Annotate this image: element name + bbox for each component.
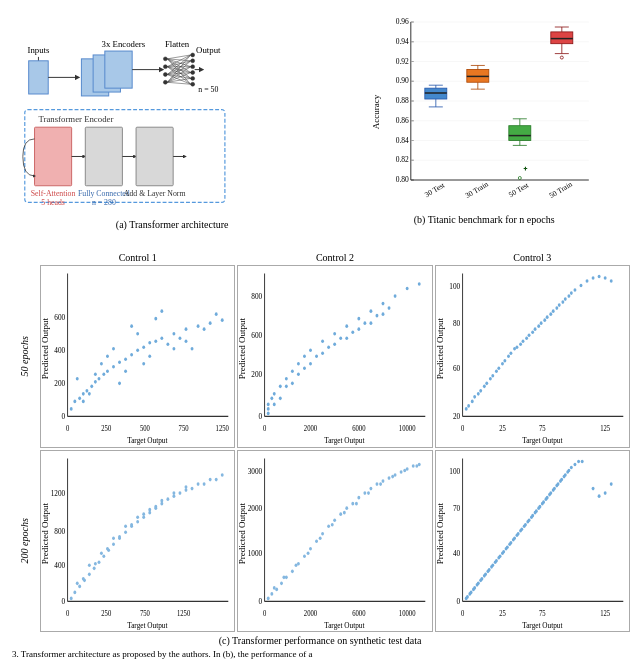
svg-text:750: 750 (140, 608, 150, 618)
svg-point-465 (556, 482, 559, 486)
svg-point-151 (160, 336, 163, 340)
svg-text:20: 20 (453, 412, 460, 422)
svg-point-165 (172, 347, 175, 351)
svg-point-365 (321, 531, 324, 535)
svg-point-284 (563, 297, 566, 301)
svg-point-366 (328, 524, 331, 528)
svg-point-167 (82, 400, 85, 404)
svg-point-269 (473, 395, 476, 399)
svg-point-383 (283, 575, 286, 579)
svg-point-356 (271, 592, 274, 596)
svg-point-342 (215, 477, 218, 481)
svg-text:0.84: 0.84 (396, 136, 409, 145)
svg-text:1250: 1250 (177, 608, 191, 618)
svg-point-304 (98, 560, 101, 564)
svg-point-394 (416, 464, 419, 468)
svg-text:Target Output: Target Output (127, 620, 168, 630)
svg-point-250 (507, 354, 510, 358)
svg-point-387 (331, 522, 334, 526)
svg-text:0.88: 0.88 (396, 96, 409, 105)
svg-point-17 (191, 71, 195, 75)
svg-point-385 (307, 551, 310, 555)
svg-point-285 (570, 291, 573, 295)
svg-point-458 (531, 513, 534, 517)
svg-text:2000: 2000 (248, 503, 262, 513)
svg-point-376 (388, 476, 391, 480)
svg-point-170 (118, 382, 121, 386)
svg-point-158 (88, 392, 91, 396)
svg-text:Predicted Output: Predicted Output (437, 317, 445, 379)
svg-point-156 (221, 318, 224, 322)
svg-point-380 (412, 464, 415, 468)
svg-point-276 (515, 345, 518, 349)
svg-text:Predicted Output: Predicted Output (239, 502, 247, 564)
svg-point-224 (315, 354, 318, 358)
svg-point-461 (542, 500, 545, 504)
svg-text:0: 0 (66, 424, 70, 434)
row-label-2: 200 epochs (10, 450, 38, 633)
svg-point-470 (597, 494, 600, 498)
svg-point-360 (291, 569, 294, 573)
svg-point-259 (561, 300, 564, 304)
svg-point-305 (102, 554, 105, 558)
svg-point-438 (577, 459, 580, 463)
svg-point-462 (545, 495, 548, 499)
svg-point-214 (309, 362, 312, 366)
svg-text:Self-Attention: Self-Attention (31, 189, 76, 198)
svg-point-320 (221, 473, 224, 477)
svg-text:80: 80 (453, 318, 460, 328)
svg-point-137 (85, 389, 88, 393)
svg-text:0: 0 (62, 596, 66, 606)
scatter-cell-r2c1: 0 400 800 1200 0 250 750 1250 Target Out… (40, 450, 235, 633)
svg-text:Predicted Output: Predicted Output (239, 317, 247, 379)
svg-point-299 (73, 590, 76, 594)
svg-point-197 (285, 377, 288, 381)
svg-point-148 (142, 345, 145, 349)
svg-text:125: 125 (600, 608, 610, 618)
svg-point-211 (273, 403, 276, 407)
svg-point-162 (136, 332, 139, 336)
svg-point-176 (191, 347, 194, 351)
svg-text:0.90: 0.90 (396, 76, 409, 85)
svg-point-191 (267, 412, 270, 416)
svg-point-135 (78, 397, 81, 401)
svg-point-384 (295, 563, 298, 567)
svg-point-264 (591, 276, 594, 280)
svg-point-439 (580, 459, 583, 463)
svg-rect-112 (551, 32, 573, 44)
svg-point-204 (346, 324, 349, 328)
svg-text:2000: 2000 (304, 608, 318, 618)
svg-text:Target Output: Target Output (522, 436, 563, 446)
svg-point-164 (160, 309, 163, 313)
svg-text:800: 800 (252, 291, 263, 301)
svg-point-322 (88, 563, 91, 567)
svg-text:Inputs: Inputs (27, 45, 50, 55)
svg-text:600: 600 (54, 312, 65, 322)
svg-point-215 (321, 351, 324, 355)
svg-point-243 (464, 407, 467, 411)
svg-point-257 (549, 312, 552, 316)
svg-text:800: 800 (54, 526, 65, 536)
svg-text:Transformer Encoder: Transformer Encoder (38, 114, 113, 124)
svg-point-138 (90, 385, 93, 389)
scatter-cell-r1c1: 0 200 400 600 0 250 500 750 1250 Target … (40, 265, 235, 448)
arch-caption: (a) Transformer architecture (116, 219, 229, 230)
svg-point-341 (203, 482, 206, 486)
svg-text:0.86: 0.86 (396, 116, 409, 125)
svg-point-464 (553, 486, 556, 490)
svg-point-278 (527, 333, 530, 337)
svg-point-227 (352, 330, 355, 334)
scatter-cell-r2c2: 0 1000 2000 3000 0 2000 6000 10000 Targe… (237, 450, 432, 633)
svg-text:750: 750 (179, 424, 189, 434)
svg-point-154 (197, 324, 200, 328)
svg-point-390 (367, 491, 370, 495)
svg-point-254 (531, 330, 534, 334)
svg-point-309 (124, 530, 127, 534)
svg-rect-2 (29, 61, 49, 94)
svg-point-364 (315, 539, 318, 543)
svg-text:Fully Connected: Fully Connected (78, 189, 130, 198)
svg-point-336 (142, 512, 145, 516)
svg-text:25: 25 (499, 424, 506, 434)
svg-point-169 (106, 354, 109, 358)
svg-text:Target Output: Target Output (325, 436, 366, 446)
